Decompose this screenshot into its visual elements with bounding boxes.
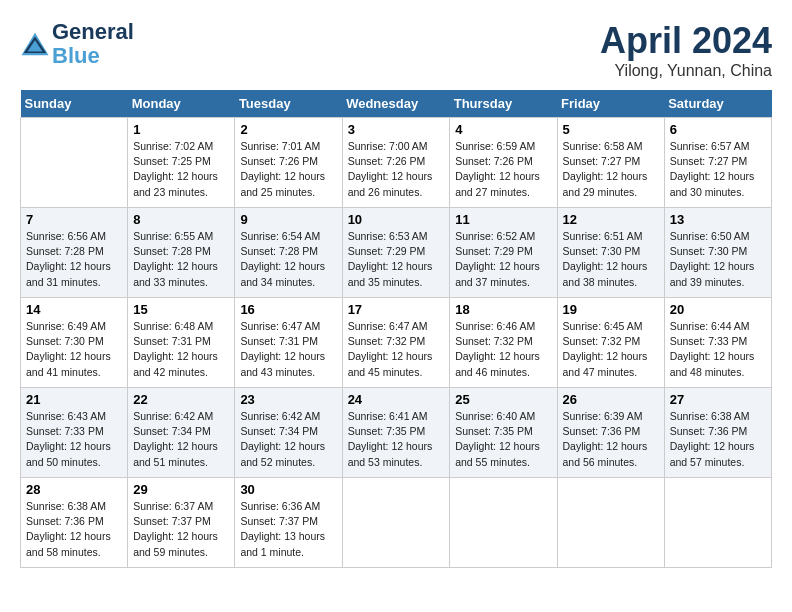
day-info: Sunrise: 6:38 AM Sunset: 7:36 PM Dayligh… (26, 499, 122, 560)
weekday-header-cell: Sunday (21, 90, 128, 118)
calendar-day-cell: 10Sunrise: 6:53 AM Sunset: 7:29 PM Dayli… (342, 208, 450, 298)
day-number: 13 (670, 212, 766, 227)
day-info: Sunrise: 6:56 AM Sunset: 7:28 PM Dayligh… (26, 229, 122, 290)
day-number: 15 (133, 302, 229, 317)
day-info: Sunrise: 7:02 AM Sunset: 7:25 PM Dayligh… (133, 139, 229, 200)
calendar-day-cell: 15Sunrise: 6:48 AM Sunset: 7:31 PM Dayli… (128, 298, 235, 388)
day-number: 8 (133, 212, 229, 227)
calendar-day-cell: 11Sunrise: 6:52 AM Sunset: 7:29 PM Dayli… (450, 208, 557, 298)
weekday-header-cell: Thursday (450, 90, 557, 118)
header: GeneralBlue April 2024 Yilong, Yunnan, C… (20, 20, 772, 80)
day-info: Sunrise: 6:48 AM Sunset: 7:31 PM Dayligh… (133, 319, 229, 380)
day-info: Sunrise: 6:36 AM Sunset: 7:37 PM Dayligh… (240, 499, 336, 560)
calendar-day-cell: 21Sunrise: 6:43 AM Sunset: 7:33 PM Dayli… (21, 388, 128, 478)
day-info: Sunrise: 6:44 AM Sunset: 7:33 PM Dayligh… (670, 319, 766, 380)
day-info: Sunrise: 6:50 AM Sunset: 7:30 PM Dayligh… (670, 229, 766, 290)
day-number: 1 (133, 122, 229, 137)
calendar-week-row: 21Sunrise: 6:43 AM Sunset: 7:33 PM Dayli… (21, 388, 772, 478)
day-number: 30 (240, 482, 336, 497)
day-number: 20 (670, 302, 766, 317)
calendar-day-cell: 24Sunrise: 6:41 AM Sunset: 7:35 PM Dayli… (342, 388, 450, 478)
calendar-day-cell (557, 478, 664, 568)
day-info: Sunrise: 6:52 AM Sunset: 7:29 PM Dayligh… (455, 229, 551, 290)
calendar-table: SundayMondayTuesdayWednesdayThursdayFrid… (20, 90, 772, 568)
calendar-day-cell: 25Sunrise: 6:40 AM Sunset: 7:35 PM Dayli… (450, 388, 557, 478)
day-info: Sunrise: 6:58 AM Sunset: 7:27 PM Dayligh… (563, 139, 659, 200)
day-number: 21 (26, 392, 122, 407)
weekday-header-cell: Wednesday (342, 90, 450, 118)
calendar-day-cell: 28Sunrise: 6:38 AM Sunset: 7:36 PM Dayli… (21, 478, 128, 568)
day-info: Sunrise: 6:40 AM Sunset: 7:35 PM Dayligh… (455, 409, 551, 470)
day-info: Sunrise: 6:57 AM Sunset: 7:27 PM Dayligh… (670, 139, 766, 200)
title-area: April 2024 Yilong, Yunnan, China (600, 20, 772, 80)
calendar-day-cell: 4Sunrise: 6:59 AM Sunset: 7:26 PM Daylig… (450, 118, 557, 208)
day-info: Sunrise: 6:49 AM Sunset: 7:30 PM Dayligh… (26, 319, 122, 380)
day-info: Sunrise: 6:42 AM Sunset: 7:34 PM Dayligh… (133, 409, 229, 470)
day-info: Sunrise: 6:38 AM Sunset: 7:36 PM Dayligh… (670, 409, 766, 470)
calendar-day-cell (342, 478, 450, 568)
day-info: Sunrise: 6:53 AM Sunset: 7:29 PM Dayligh… (348, 229, 445, 290)
calendar-day-cell: 19Sunrise: 6:45 AM Sunset: 7:32 PM Dayli… (557, 298, 664, 388)
day-number: 17 (348, 302, 445, 317)
day-info: Sunrise: 6:51 AM Sunset: 7:30 PM Dayligh… (563, 229, 659, 290)
calendar-day-cell: 2Sunrise: 7:01 AM Sunset: 7:26 PM Daylig… (235, 118, 342, 208)
calendar-day-cell: 27Sunrise: 6:38 AM Sunset: 7:36 PM Dayli… (664, 388, 771, 478)
day-number: 28 (26, 482, 122, 497)
day-number: 23 (240, 392, 336, 407)
day-info: Sunrise: 6:54 AM Sunset: 7:28 PM Dayligh… (240, 229, 336, 290)
calendar-day-cell: 7Sunrise: 6:56 AM Sunset: 7:28 PM Daylig… (21, 208, 128, 298)
day-number: 2 (240, 122, 336, 137)
calendar-week-row: 7Sunrise: 6:56 AM Sunset: 7:28 PM Daylig… (21, 208, 772, 298)
day-number: 14 (26, 302, 122, 317)
logo-text: GeneralBlue (52, 20, 134, 68)
calendar-day-cell: 26Sunrise: 6:39 AM Sunset: 7:36 PM Dayli… (557, 388, 664, 478)
day-info: Sunrise: 6:39 AM Sunset: 7:36 PM Dayligh… (563, 409, 659, 470)
weekday-header-row: SundayMondayTuesdayWednesdayThursdayFrid… (21, 90, 772, 118)
month-title: April 2024 (600, 20, 772, 62)
day-info: Sunrise: 6:59 AM Sunset: 7:26 PM Dayligh… (455, 139, 551, 200)
calendar-day-cell: 29Sunrise: 6:37 AM Sunset: 7:37 PM Dayli… (128, 478, 235, 568)
calendar-day-cell: 14Sunrise: 6:49 AM Sunset: 7:30 PM Dayli… (21, 298, 128, 388)
calendar-day-cell: 20Sunrise: 6:44 AM Sunset: 7:33 PM Dayli… (664, 298, 771, 388)
calendar-day-cell: 23Sunrise: 6:42 AM Sunset: 7:34 PM Dayli… (235, 388, 342, 478)
day-info: Sunrise: 6:47 AM Sunset: 7:31 PM Dayligh… (240, 319, 336, 380)
calendar-day-cell (450, 478, 557, 568)
day-info: Sunrise: 6:43 AM Sunset: 7:33 PM Dayligh… (26, 409, 122, 470)
calendar-day-cell: 8Sunrise: 6:55 AM Sunset: 7:28 PM Daylig… (128, 208, 235, 298)
day-number: 6 (670, 122, 766, 137)
day-number: 22 (133, 392, 229, 407)
calendar-day-cell (664, 478, 771, 568)
day-number: 12 (563, 212, 659, 227)
calendar-day-cell: 17Sunrise: 6:47 AM Sunset: 7:32 PM Dayli… (342, 298, 450, 388)
calendar-day-cell: 22Sunrise: 6:42 AM Sunset: 7:34 PM Dayli… (128, 388, 235, 478)
day-info: Sunrise: 6:55 AM Sunset: 7:28 PM Dayligh… (133, 229, 229, 290)
location-subtitle: Yilong, Yunnan, China (600, 62, 772, 80)
day-number: 7 (26, 212, 122, 227)
calendar-day-cell: 16Sunrise: 6:47 AM Sunset: 7:31 PM Dayli… (235, 298, 342, 388)
day-info: Sunrise: 6:46 AM Sunset: 7:32 PM Dayligh… (455, 319, 551, 380)
calendar-body: 1Sunrise: 7:02 AM Sunset: 7:25 PM Daylig… (21, 118, 772, 568)
day-info: Sunrise: 6:45 AM Sunset: 7:32 PM Dayligh… (563, 319, 659, 380)
calendar-day-cell: 18Sunrise: 6:46 AM Sunset: 7:32 PM Dayli… (450, 298, 557, 388)
day-number: 19 (563, 302, 659, 317)
weekday-header-cell: Tuesday (235, 90, 342, 118)
day-number: 9 (240, 212, 336, 227)
calendar-day-cell: 9Sunrise: 6:54 AM Sunset: 7:28 PM Daylig… (235, 208, 342, 298)
weekday-header-cell: Monday (128, 90, 235, 118)
day-number: 18 (455, 302, 551, 317)
calendar-day-cell: 3Sunrise: 7:00 AM Sunset: 7:26 PM Daylig… (342, 118, 450, 208)
logo-icon (20, 29, 50, 59)
calendar-day-cell: 6Sunrise: 6:57 AM Sunset: 7:27 PM Daylig… (664, 118, 771, 208)
day-number: 27 (670, 392, 766, 407)
calendar-day-cell: 1Sunrise: 7:02 AM Sunset: 7:25 PM Daylig… (128, 118, 235, 208)
weekday-header-cell: Saturday (664, 90, 771, 118)
calendar-week-row: 28Sunrise: 6:38 AM Sunset: 7:36 PM Dayli… (21, 478, 772, 568)
calendar-week-row: 1Sunrise: 7:02 AM Sunset: 7:25 PM Daylig… (21, 118, 772, 208)
day-number: 26 (563, 392, 659, 407)
day-number: 16 (240, 302, 336, 317)
weekday-header-cell: Friday (557, 90, 664, 118)
day-number: 11 (455, 212, 551, 227)
day-number: 29 (133, 482, 229, 497)
day-info: Sunrise: 7:01 AM Sunset: 7:26 PM Dayligh… (240, 139, 336, 200)
day-number: 24 (348, 392, 445, 407)
